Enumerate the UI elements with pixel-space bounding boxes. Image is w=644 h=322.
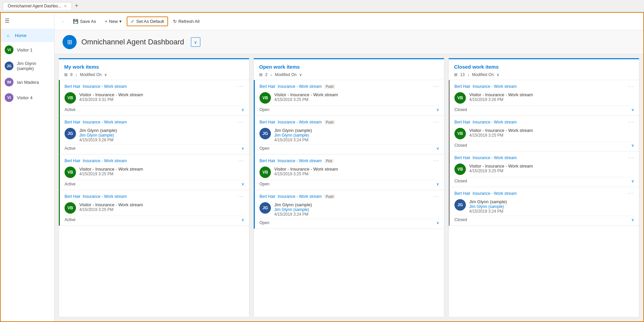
- sidebar-menu-icon[interactable]: ☰: [1, 13, 54, 29]
- work-item-body: VB Visitor - Insurance - Work stream 4/1…: [65, 167, 244, 178]
- open-work-items-header: Open work items ⊞ 2 ↓ Modified On ∨: [254, 59, 444, 80]
- my-work-count: 9: [70, 72, 73, 77]
- sort-down-icon[interactable]: ↓: [270, 72, 272, 77]
- browser-tab[interactable]: Omnichannel Agent Dashbo... ✕: [3, 2, 72, 10]
- work-stream: Insurance - Work stream: [473, 191, 517, 196]
- back-button[interactable]: ←: [58, 17, 68, 26]
- item-info: Visitor - Insurance - Work stream 4/15/2…: [274, 167, 439, 176]
- my-work-items-body: Bert Hair Insurance - Work stream ··· VB…: [59, 80, 249, 317]
- expand-icon[interactable]: ∨: [241, 146, 244, 151]
- expand-icon[interactable]: ∨: [631, 217, 634, 222]
- work-item-footer: Open ∨: [259, 106, 439, 112]
- item-subtitle: Jim Glynn (sample): [469, 204, 634, 209]
- item-menu-button[interactable]: ···: [628, 83, 634, 90]
- agent-name: Bert Hair: [65, 120, 80, 124]
- table-row: Bert Hair Insurance - Work stream Push ·…: [254, 116, 444, 154]
- work-stream: Insurance - Work stream: [278, 120, 322, 124]
- closed-work-items-body: Bert Hair Insurance - Work stream ··· VB…: [449, 80, 639, 317]
- item-title: Visitor - Insurance - Work stream: [469, 92, 634, 97]
- item-menu-button[interactable]: ···: [238, 83, 244, 90]
- item-avatar: JG: [65, 128, 76, 139]
- expand-icon[interactable]: ∨: [436, 107, 439, 112]
- sidebar-item-visitor4[interactable]: VI Visitor 4: [1, 90, 54, 105]
- item-menu-button[interactable]: ···: [628, 190, 634, 196]
- item-avatar: VB: [65, 202, 76, 214]
- work-item-header: Bert Hair Insurance - Work stream ···: [65, 193, 244, 200]
- work-item-header: Bert Hair Insurance - Work stream ···: [454, 155, 634, 161]
- item-menu-button[interactable]: ···: [238, 119, 244, 125]
- work-item-footer: Closed ∨: [454, 177, 634, 183]
- sort-down-icon[interactable]: ↓: [75, 72, 77, 77]
- dashboard-icon: ⊞: [67, 38, 72, 46]
- sidebar-item-home[interactable]: ⌂ Home: [1, 29, 54, 42]
- item-avatar: VB: [65, 92, 76, 104]
- item-menu-button[interactable]: ···: [238, 193, 244, 200]
- expand-icon[interactable]: ∨: [436, 220, 439, 225]
- item-title: Jim Glynn (sample): [79, 128, 244, 133]
- table-row: Bert Hair Insurance - Work stream ··· VB…: [449, 116, 639, 151]
- agent-name: Bert Hair: [65, 194, 80, 199]
- work-item-header: Bert Hair Insurance - Work stream ···: [454, 119, 634, 125]
- work-item-footer: Closed ∨: [454, 106, 634, 112]
- table-row: Bert Hair Insurance - Work stream Pick ·…: [254, 154, 444, 190]
- open-work-sort-label[interactable]: Modified On: [275, 72, 297, 77]
- work-item-body: VB Visitor - Insurance - Work stream 4/1…: [259, 167, 439, 178]
- item-menu-button[interactable]: ···: [433, 83, 439, 90]
- agent-name: Bert Hair: [65, 158, 80, 163]
- expand-icon[interactable]: ∨: [436, 182, 439, 186]
- sidebar-item-ian-madera[interactable]: IM Ian Madera: [1, 74, 54, 90]
- work-item-body: VB Visitor - Insurance - Work stream 4/1…: [454, 128, 634, 139]
- my-work-items-header: My work items ⊞ 9 ↓ Modified On ∨: [59, 59, 249, 80]
- expand-icon[interactable]: ∨: [631, 143, 634, 148]
- tab-add-button[interactable]: +: [75, 2, 78, 9]
- sort-chevron-icon[interactable]: ∨: [299, 72, 302, 77]
- sort-chevron-icon[interactable]: ∨: [104, 72, 107, 77]
- sort-down-icon[interactable]: ↓: [467, 72, 469, 77]
- agent-name: Bert Hair: [454, 191, 470, 196]
- columns-container: My work items ⊞ 9 ↓ Modified On ∨: [58, 58, 639, 317]
- expand-icon[interactable]: ∨: [631, 107, 634, 112]
- item-menu-button[interactable]: ···: [628, 155, 634, 161]
- item-menu-button[interactable]: ···: [433, 193, 439, 200]
- expand-icon[interactable]: ∨: [436, 146, 439, 151]
- sort-chevron-icon[interactable]: ∨: [496, 72, 499, 77]
- toolbar: ← 💾 Save As + New ▾ ✓ Set As Default ↻ R…: [54, 13, 643, 30]
- my-work-sort-label[interactable]: Modified On: [80, 72, 102, 77]
- sidebar-item-visitor1[interactable]: VI Visitor 1: [1, 42, 54, 58]
- expand-icon[interactable]: ∨: [241, 217, 244, 222]
- page-title-dropdown-button[interactable]: ∨: [191, 37, 200, 47]
- work-item-footer: Open ∨: [259, 180, 439, 186]
- item-title: Visitor - Insurance - Work stream: [274, 92, 439, 97]
- item-date: 4/15/2019 3:28 PM: [79, 138, 244, 142]
- sidebar-item-jim-glynn[interactable]: JG Jim Glynn (sample): [1, 58, 54, 74]
- item-info: Jim Glynn (sample) Jim Glynn (sample) 4/…: [274, 202, 439, 217]
- app-container: ☰ ⌂ Home VI Visitor 1 JG Jim Glynn (samp…: [0, 12, 644, 322]
- new-icon: +: [105, 19, 108, 24]
- set-as-default-button[interactable]: ✓ Set As Default: [127, 16, 168, 26]
- work-item-body: VB Visitor - Insurance - Work stream 4/1…: [454, 92, 634, 104]
- item-info: Visitor - Insurance - Work stream 4/15/2…: [469, 164, 634, 173]
- new-button[interactable]: + New ▾: [101, 17, 126, 26]
- work-stream: Insurance - Work stream: [83, 194, 127, 199]
- refresh-all-button[interactable]: ↻ Refresh All: [169, 17, 203, 26]
- item-menu-button[interactable]: ···: [433, 119, 439, 125]
- closed-work-sort-label[interactable]: Modified On: [472, 72, 494, 77]
- closed-work-items-column: Closed work items ⊞ 13 ↓ Modified On ∨: [448, 58, 639, 317]
- ian-madera-avatar: IM: [5, 78, 13, 86]
- expand-icon[interactable]: ∨: [241, 107, 244, 112]
- set-as-default-label: Set As Default: [136, 19, 164, 24]
- expand-icon[interactable]: ∨: [241, 182, 244, 186]
- tab-close-icon[interactable]: ✕: [64, 4, 67, 8]
- save-as-button[interactable]: 💾 Save As: [69, 17, 100, 26]
- expand-icon[interactable]: ∨: [631, 179, 634, 183]
- closed-work-items-title: Closed work items: [454, 64, 634, 70]
- my-work-items-controls: ⊞ 9 ↓ Modified On ∨: [64, 72, 244, 77]
- item-title: Visitor - Insurance - Work stream: [79, 167, 244, 172]
- item-menu-button[interactable]: ···: [628, 119, 634, 125]
- my-work-items-title: My work items: [64, 64, 244, 70]
- item-badge: Push: [324, 120, 335, 124]
- item-menu-button[interactable]: ···: [433, 158, 439, 164]
- item-menu-button[interactable]: ···: [238, 158, 244, 164]
- table-row: Bert Hair Insurance - Work stream ··· JG…: [59, 116, 249, 154]
- work-item-footer: Active ∨: [65, 144, 244, 151]
